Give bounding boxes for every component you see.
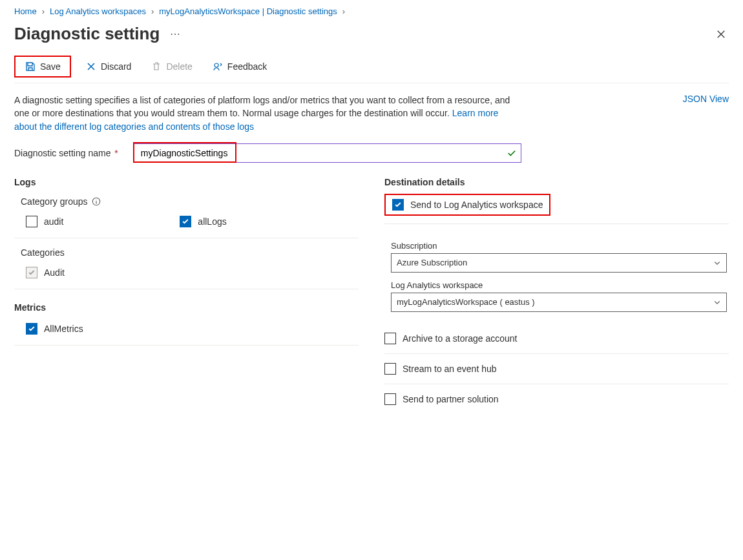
check-icon [28,269,36,276]
diagnostic-name-label: Diagnostic setting name * [14,148,118,158]
save-button[interactable]: Save [19,58,66,75]
send-la-highlight: Send to Log Analytics workspace [384,194,550,216]
discard-label: Discard [101,61,131,72]
page-title: Diagnostic setting [14,24,160,44]
diagnostic-name-input[interactable] [134,143,521,163]
save-icon [25,61,36,72]
divider [384,223,729,224]
subscription-select[interactable]: Azure Subscription [391,253,727,273]
delete-button: Delete [145,58,197,75]
json-view-link[interactable]: JSON View [683,94,729,104]
chevron-down-icon [713,259,721,267]
divider [14,345,359,346]
subscription-label: Subscription [391,241,729,251]
category-audit-checkbox [26,267,37,278]
category-audit-label: Audit [44,267,65,278]
breadcrumb-workspaces[interactable]: Log Analytics workspaces [50,6,146,16]
required-asterisk: * [114,148,118,158]
more-menu-button[interactable]: ⋯ [166,28,184,40]
stream-checkbox[interactable] [384,363,396,375]
divider [14,238,359,238]
send-la-checkbox-label: Send to Log Analytics workspace [410,200,543,210]
save-label: Save [40,61,61,72]
archive-checkbox[interactable] [384,333,396,344]
toolbar: Save Discard Delete Feedback [14,56,729,83]
category-groups-text: Category groups [21,196,88,207]
feedback-icon [212,61,224,72]
subscription-value: Azure Subscription [397,258,467,267]
audit-checkbox[interactable] [26,216,37,227]
allmetrics-checkbox[interactable] [26,323,37,335]
destination-heading: Destination details [384,177,729,187]
logs-heading: Logs [14,177,359,187]
stream-checkbox-label: Stream to an event hub [403,364,497,374]
check-icon [28,325,36,333]
partner-checkbox[interactable] [384,393,396,405]
discard-button[interactable]: Discard [80,58,136,75]
archive-checkbox-label: Archive to a storage account [403,333,517,344]
feedback-label: Feedback [227,61,267,72]
discard-icon [85,61,97,72]
info-icon [92,197,101,206]
save-highlight: Save [14,56,71,78]
alllogs-checkbox-label: allLogs [198,216,226,227]
categories-label: Categories [14,247,359,258]
workspace-label: Log Analytics workspace [391,280,729,290]
breadcrumb-workspace-settings[interactable]: myLogAnalyticsWorkspace | Diagnostic set… [159,6,337,16]
check-icon [394,201,402,209]
svg-point-0 [215,63,218,67]
breadcrumb: Home › Log Analytics workspaces › myLogA… [14,0,729,20]
partner-checkbox-label: Send to partner solution [403,394,499,404]
allmetrics-checkbox-label: AllMetrics [44,324,83,334]
delete-icon [151,61,162,72]
valid-check-icon [507,149,516,158]
breadcrumb-home[interactable]: Home [14,6,37,16]
metrics-heading: Metrics [14,302,359,313]
workspace-value: myLogAnalyticsWorkspace ( eastus ) [397,297,535,307]
diagnostic-name-label-text: Diagnostic setting name [14,148,110,158]
chevron-down-icon [713,298,721,306]
category-groups-label: Category groups [14,196,359,207]
breadcrumb-sep-icon: › [42,6,45,16]
description-text: A diagnostic setting specifies a list of… [14,94,518,133]
close-button[interactable] [713,26,729,42]
check-icon [182,218,189,225]
breadcrumb-sep-icon: › [151,6,154,16]
audit-checkbox-label: audit [44,216,63,227]
delete-label: Delete [166,61,192,72]
close-icon [717,30,726,39]
feedback-button[interactable]: Feedback [207,58,272,75]
workspace-select[interactable]: myLogAnalyticsWorkspace ( eastus ) [391,293,727,312]
breadcrumb-sep-icon: › [342,6,345,16]
alllogs-checkbox[interactable] [180,216,191,227]
send-la-checkbox[interactable] [392,199,404,211]
description-body: A diagnostic setting specifies a list of… [14,95,510,118]
divider [14,289,359,289]
